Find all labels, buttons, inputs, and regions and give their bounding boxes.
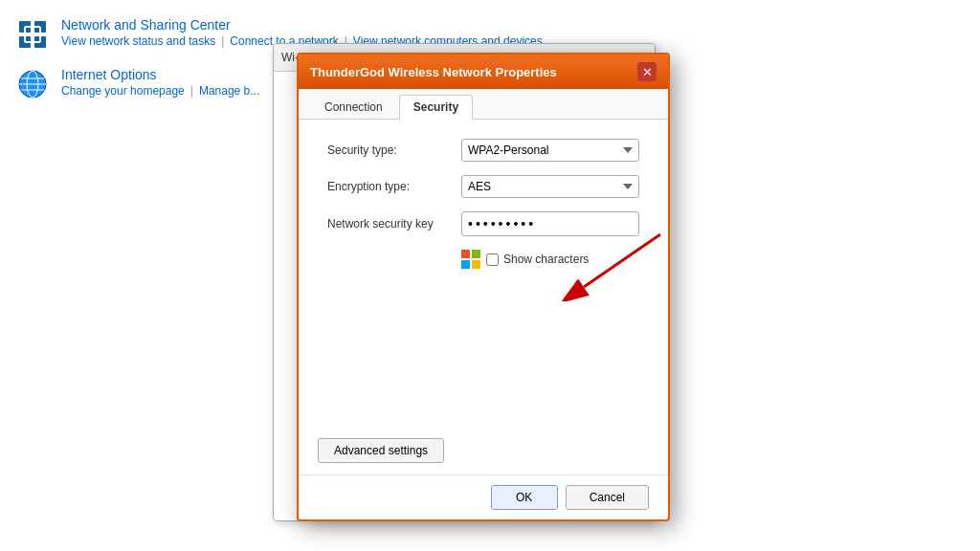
- ok-button[interactable]: OK: [491, 485, 558, 510]
- encryption-type-select[interactable]: AES TKIP: [461, 175, 639, 198]
- sep3: |: [190, 84, 193, 98]
- svg-rect-14: [472, 250, 480, 258]
- network-key-input[interactable]: [461, 211, 639, 236]
- security-type-row: Security type: WPA2-Personal WPA3-Person…: [327, 139, 639, 162]
- network-sharing-title[interactable]: Network and Sharing Center: [61, 17, 543, 33]
- dialog-body: Security type: WPA2-Personal WPA3-Person…: [299, 120, 668, 427]
- internet-options-icon: [15, 67, 50, 101]
- windows-shield-icon: [461, 250, 480, 269]
- svg-rect-13: [461, 250, 470, 258]
- show-chars-row: Show characters: [327, 250, 639, 269]
- network-key-label: Network security key: [327, 217, 461, 231]
- encryption-type-label: Encryption type:: [327, 180, 461, 193]
- security-type-label: Security type:: [327, 143, 461, 157]
- dialog-tabs: Connection Security: [299, 89, 668, 120]
- security-type-select[interactable]: WPA2-Personal WPA3-Personal WEP Open: [461, 139, 639, 162]
- sep1: |: [221, 34, 224, 48]
- svg-rect-15: [461, 260, 470, 269]
- change-homepage-link[interactable]: Change your homepage: [61, 84, 185, 98]
- network-key-control: [461, 211, 639, 236]
- security-type-control: WPA2-Personal WPA3-Personal WEP Open: [461, 139, 639, 162]
- dialog-close-button[interactable]: ✕: [637, 62, 657, 81]
- cancel-button[interactable]: Cancel: [566, 485, 649, 510]
- advanced-settings-button[interactable]: Advanced settings: [318, 438, 444, 463]
- dialog-title: ThunderGod Wireless Network Properties: [310, 65, 557, 79]
- manage-link[interactable]: Manage b...: [199, 84, 259, 98]
- svg-rect-16: [472, 260, 480, 269]
- dialog-titlebar: ThunderGod Wireless Network Properties ✕: [299, 55, 668, 89]
- internet-options-title[interactable]: Internet Options: [61, 67, 259, 82]
- view-status-link[interactable]: View network status and tasks: [61, 34, 215, 48]
- internet-options-links: Change your homepage | Manage b...: [61, 84, 259, 98]
- dialog-footer: Advanced settings: [299, 427, 668, 474]
- encryption-type-control: AES TKIP: [461, 175, 639, 198]
- dialog-action-footer: OK Cancel: [299, 474, 668, 519]
- tab-connection[interactable]: Connection: [310, 95, 397, 119]
- network-key-row: Network security key: [327, 211, 639, 236]
- tab-security[interactable]: Security: [399, 95, 473, 120]
- encryption-type-row: Encryption type: AES TKIP: [327, 175, 639, 198]
- show-chars-text: Show characters: [503, 253, 589, 266]
- show-chars-label: Show characters: [486, 253, 589, 266]
- network-sharing-icon: [15, 17, 50, 52]
- internet-options-text: Internet Options Change your homepage | …: [61, 67, 259, 98]
- network-properties-dialog: ThunderGod Wireless Network Properties ✕…: [297, 53, 670, 521]
- show-chars-checkbox[interactable]: [486, 253, 499, 266]
